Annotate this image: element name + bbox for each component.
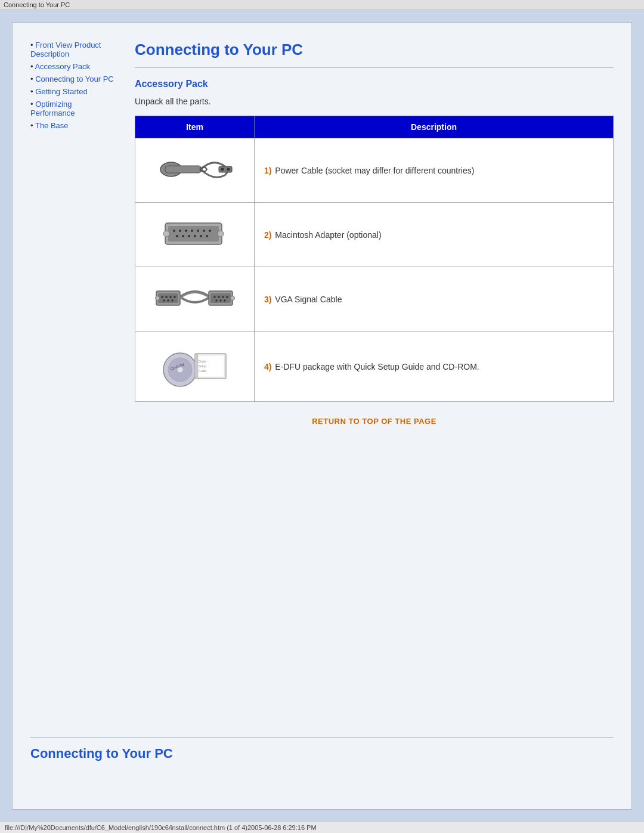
power-cable-icon [153,145,237,193]
table-cell-image-2 [135,203,255,267]
svg-point-17 [194,235,196,237]
main-box: Front View Product Description Accessory… [12,22,632,810]
svg-point-19 [206,235,208,237]
svg-text:Setup: Setup [199,364,206,368]
item-desc-3: VGA Signal Cable [275,295,342,304]
svg-point-37 [215,299,218,302]
sidebar-item-front-view[interactable]: Front View Product Description [30,41,117,58]
svg-rect-2 [219,166,232,172]
item-desc-2: Macintosh Adapter (optional) [275,230,381,240]
table-row: CD-ROM Quick Setup Guide [135,332,614,402]
svg-point-20 [163,231,169,237]
main-content: Connecting to Your PC Accessory Pack Unp… [129,35,614,725]
page-title: Connecting to Your PC [135,41,614,59]
svg-point-11 [197,230,199,232]
content-area: Front View Product Description Accessory… [13,23,631,737]
sidebar-item-optimizing[interactable]: Optimizing Performance [30,100,117,117]
sidebar-item-getting-started[interactable]: Getting Started [30,87,117,96]
svg-point-7 [173,230,175,232]
svg-point-16 [188,235,190,237]
table-cell-desc-3: 3) VGA Signal Cable [255,267,614,332]
svg-point-10 [191,230,193,232]
sidebar-link-getting-started[interactable]: Getting Started [35,87,87,96]
svg-point-40 [155,296,159,301]
svg-point-30 [171,299,174,302]
table-cell-desc-2: 2) Macintosh Adapter (optional) [255,203,614,267]
sidebar-item-connecting[interactable]: Connecting to Your PC [30,75,117,83]
svg-point-14 [176,235,178,237]
table-cell-desc-4: 4) E-DFU package with Quick Setup Guide … [255,332,614,402]
bottom-page-title: Connecting to Your PC [30,746,614,761]
mac-adapter-icon [153,210,237,258]
svg-point-18 [200,235,202,237]
table-cell-image-1 [135,138,255,203]
status-bar-text: file:///D|/My%20Documents/dfu/C6_Model/e… [5,824,317,831]
item-desc-1: Power Cable (socket may differ for diffe… [275,166,474,175]
return-to-top-link[interactable]: RETURN TO TOP OF THE PAGE [312,417,436,426]
table-row: 2) Macintosh Adapter (optional) [135,203,614,267]
svg-rect-6 [168,226,219,241]
sidebar-link-connecting[interactable]: Connecting to Your PC [35,75,114,83]
svg-point-35 [222,296,224,298]
table-header-item: Item [135,116,255,138]
svg-point-29 [167,299,169,302]
sidebar-link-optimizing[interactable]: Optimizing Performance [30,100,75,117]
svg-point-15 [182,235,184,237]
svg-point-36 [226,296,228,298]
item-num-1: 1) [264,166,271,175]
item-num-3: 3) [264,295,271,304]
svg-point-41 [230,296,234,301]
svg-point-26 [169,296,172,298]
sidebar-link-front-view[interactable]: Front View Product Description [30,41,101,58]
sidebar: Front View Product Description Accessory… [30,35,117,725]
svg-point-12 [203,230,205,232]
bottom-section: Connecting to Your PC [13,737,631,809]
sidebar-item-the-base[interactable]: The Base [30,121,117,130]
table-cell-desc-1: 1) Power Cable (socket may differ for di… [255,138,614,203]
table-header-description: Description [255,116,614,138]
item-desc-4: E-DFU package with Quick Setup Guide and… [275,362,479,371]
sidebar-nav: Front View Product Description Accessory… [30,41,117,130]
status-bar: file:///D|/My%20Documents/dfu/C6_Model/e… [0,822,644,833]
title-bar: Connecting to Your PC [0,0,644,10]
svg-point-9 [185,230,187,232]
sidebar-link-accessory[interactable]: Accessory Pack [35,62,89,71]
top-divider [135,67,614,68]
item-num-2: 2) [264,230,271,240]
outer-wrapper: Front View Product Description Accessory… [0,10,644,822]
svg-point-27 [174,296,176,298]
title-bar-text: Connecting to Your PC [4,1,70,8]
section-title: Accessory Pack [135,79,614,89]
svg-point-28 [163,299,165,302]
svg-point-3 [221,168,224,171]
table-row: 1) Power Cable (socket may differ for di… [135,138,614,203]
svg-rect-1 [165,166,201,173]
intro-text: Unpack all the parts. [135,97,614,106]
svg-point-38 [219,299,222,302]
svg-text:Guide: Guide [199,369,207,373]
svg-point-13 [209,230,211,232]
svg-rect-51 [195,354,198,379]
cdrom-package-icon: CD-ROM Quick Setup Guide [153,339,237,392]
vga-cable-icon [153,274,237,322]
svg-point-25 [165,296,168,298]
svg-point-34 [218,296,220,298]
item-num-4: 4) [264,362,271,371]
bottom-divider [30,737,614,738]
svg-point-21 [218,231,224,237]
return-to-top-section: RETURN TO TOP OF THE PAGE [135,402,614,438]
svg-point-4 [227,168,230,171]
table-cell-image-3 [135,267,255,332]
sidebar-link-the-base[interactable]: The Base [35,121,69,130]
accessory-table: Item Description [135,116,614,402]
svg-point-8 [179,230,181,232]
svg-point-39 [224,299,226,302]
table-row: 3) VGA Signal Cable [135,267,614,332]
svg-point-24 [161,296,163,298]
table-cell-image-4: CD-ROM Quick Setup Guide [135,332,255,402]
svg-text:Quick: Quick [199,360,206,363]
sidebar-item-accessory[interactable]: Accessory Pack [30,62,117,71]
svg-point-33 [213,296,216,298]
